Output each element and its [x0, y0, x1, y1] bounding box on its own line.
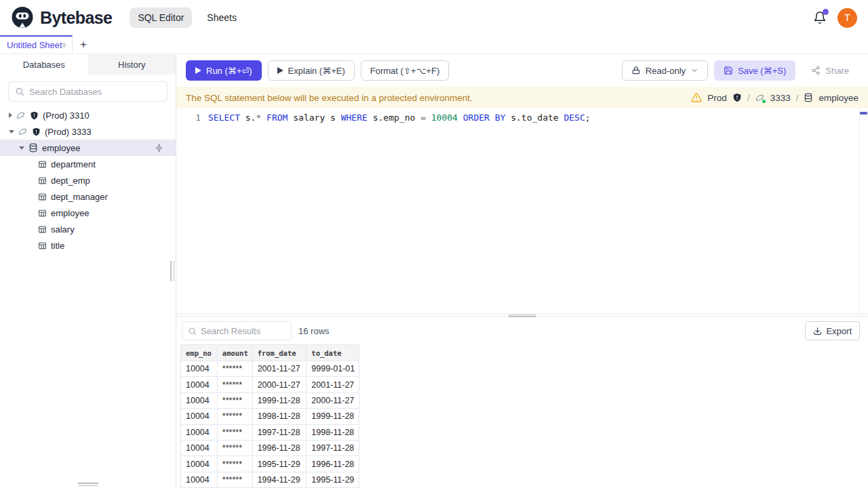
sidebar-resize-handle[interactable]	[170, 261, 174, 281]
sidebar-table-item[interactable]: dept_manager	[0, 188, 176, 205]
sidebar-table-item[interactable]: dept_emp	[0, 172, 176, 188]
overview-ruler-cursor-mark	[860, 112, 867, 115]
lock-icon	[631, 66, 641, 75]
notifications-button[interactable]	[813, 11, 827, 24]
grid-cell[interactable]: ******	[218, 456, 253, 472]
grid-cell[interactable]: 1996-11-28	[307, 456, 359, 472]
grid-cell[interactable]: 1998-11-28	[307, 425, 359, 441]
grid-header-row: emp_noamountfrom_dateto_date	[181, 345, 359, 361]
environment-label[interactable]: Prod	[707, 93, 727, 103]
app-root: Bytebase SQL Editor Sheets T Untitled Sh…	[0, 0, 868, 488]
instance-status-dot	[762, 100, 766, 103]
grid-cell[interactable]: 10004	[181, 456, 218, 472]
download-icon	[813, 327, 822, 336]
format-button[interactable]: Format (⇧+⌥+F)	[361, 60, 449, 81]
grid-cell[interactable]: 10004	[181, 377, 218, 392]
grid-cell[interactable]: 1997-11-28	[307, 441, 359, 456]
grid-data-row: 10004******1996-11-281997-11-28	[181, 441, 359, 456]
grid-cell[interactable]: ******	[218, 472, 253, 488]
grid-cell[interactable]: 10004	[181, 425, 218, 441]
main-panel: Run (⌘+⏎) Explain (⌘+E) Format (⇧+⌥+F)	[176, 54, 868, 488]
grid-cell[interactable]: 1997-11-28	[253, 425, 307, 441]
results-search-input[interactable]	[201, 326, 285, 336]
database-search-input[interactable]	[29, 87, 161, 97]
grid-cell[interactable]: 1999-11-28	[253, 393, 307, 409]
grid-cell[interactable]: ******	[218, 377, 253, 392]
grid-cell[interactable]: ******	[218, 441, 253, 456]
sidebar-bottom-resize-handle[interactable]	[78, 483, 98, 486]
grid-cell[interactable]: 10004	[181, 441, 218, 456]
grid-cell[interactable]: 10004	[181, 472, 218, 488]
nav-sheets[interactable]: Sheets	[199, 7, 245, 28]
tree-instance-3333[interactable]: (Prod) 3333	[0, 123, 176, 140]
warning-triangle-icon	[691, 92, 702, 103]
database-tree: (Prod) 3310	[0, 107, 176, 253]
results-panel: 16 rows Export emp_noamountfrom_dateto_d…	[176, 317, 868, 488]
grid-cell[interactable]: 10004	[181, 393, 218, 409]
export-button[interactable]: Export	[805, 321, 860, 340]
save-button[interactable]: Save (⌘+S)	[714, 60, 795, 81]
tab-untitled-sheet[interactable]: Untitled Sheet	[0, 35, 73, 54]
grid-cell[interactable]: ******	[218, 425, 253, 441]
grid-cell[interactable]: 10004	[181, 361, 218, 377]
grid-header-cell[interactable]: to_date	[307, 345, 359, 361]
grid-cell[interactable]: 2000-11-27	[307, 393, 359, 409]
grid-cell[interactable]: 1998-11-28	[253, 409, 307, 424]
nav-sql-editor[interactable]: SQL Editor	[130, 7, 192, 28]
database-label[interactable]: employee	[818, 93, 859, 103]
search-icon	[188, 327, 197, 336]
explain-label: Explain (⌘+E)	[288, 66, 345, 76]
readonly-mode-select[interactable]: Read-only	[622, 60, 708, 81]
grid-cell[interactable]: ******	[218, 361, 253, 377]
grid-cell[interactable]: 1994-11-29	[253, 472, 307, 488]
tree-database-employee[interactable]: employee	[0, 140, 176, 156]
sidebar-tabs: Databases History	[0, 54, 176, 75]
explain-button[interactable]: Explain (⌘+E)	[268, 60, 355, 81]
sidebar-table-item[interactable]: salary	[0, 221, 176, 237]
top-bar-right: T	[813, 8, 857, 28]
user-avatar[interactable]: T	[837, 8, 857, 28]
overview-ruler	[859, 108, 860, 313]
grid-data-row: 10004******1995-11-291996-11-28	[181, 456, 359, 472]
shield-alert-icon	[30, 111, 39, 120]
tab-databases[interactable]: Databases	[0, 54, 88, 75]
instance-label: (Prod) 3333	[45, 127, 92, 137]
mysql-instance-icon	[18, 127, 28, 136]
share-button[interactable]: Share	[802, 60, 859, 81]
bytebase-logo[interactable]: Bytebase	[11, 6, 112, 29]
grid-data-row: 10004******2000-11-272001-11-27	[181, 377, 359, 392]
instance-label[interactable]: 3333	[770, 93, 791, 103]
grid-cell[interactable]: 2001-11-27	[253, 361, 307, 377]
grid-cell[interactable]: 10004	[181, 409, 218, 424]
results-search[interactable]	[182, 321, 292, 340]
grid-cell[interactable]: 1995-11-29	[253, 456, 307, 472]
sql-code-line: SELECT s.* FROM salary s WHERE s.emp_no …	[201, 113, 591, 123]
run-button[interactable]: Run (⌘+⏎)	[186, 60, 262, 81]
share-icon	[811, 66, 821, 75]
results-resize-divider[interactable]	[176, 313, 868, 317]
tree-instance-3310[interactable]: (Prod) 3310	[0, 107, 176, 123]
sidebar-table-item[interactable]: department	[0, 156, 176, 172]
grid-cell[interactable]: ******	[218, 409, 253, 424]
grid-header-cell[interactable]: emp_no	[181, 345, 218, 361]
grid-cell[interactable]: 9999-01-01	[307, 361, 359, 377]
grid-cell[interactable]: 1996-11-28	[253, 441, 307, 456]
zap-icon[interactable]	[155, 144, 163, 152]
sql-editor[interactable]: 1 SELECT s.* FROM salary s WHERE s.emp_n…	[176, 108, 868, 313]
tab-history[interactable]: History	[88, 54, 176, 75]
grid-header-cell[interactable]: amount	[218, 345, 253, 361]
grid-cell[interactable]: 1995-11-29	[307, 472, 359, 488]
grid-header-cell[interactable]: from_date	[253, 345, 307, 361]
caret-right-icon	[9, 113, 12, 118]
grid-cell[interactable]: 1999-11-28	[307, 409, 359, 424]
grid-cell[interactable]: ******	[218, 393, 253, 409]
results-grid: emp_noamountfrom_dateto_date 10004******…	[180, 344, 359, 488]
sidebar-table-item[interactable]: employee	[0, 205, 176, 221]
sql-token	[458, 113, 463, 123]
grid-cell[interactable]: 2001-11-27	[307, 377, 359, 392]
add-sheet-button[interactable]: +	[73, 35, 94, 54]
database-search[interactable]	[8, 81, 167, 102]
grid-cell[interactable]: 2000-11-27	[253, 377, 307, 392]
sidebar-table-item[interactable]: title	[0, 237, 176, 253]
chevron-down-icon	[690, 66, 698, 75]
